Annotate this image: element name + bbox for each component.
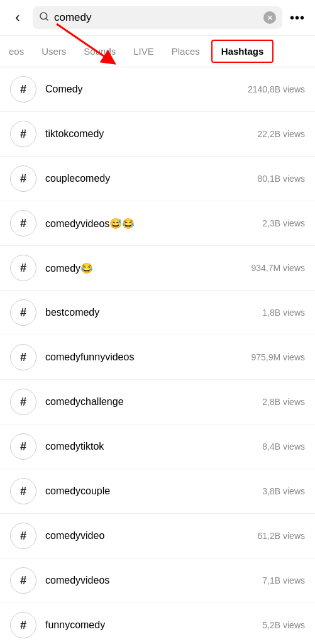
hashtag-item[interactable]: #comedytiktok8,4B views: [0, 425, 315, 469]
hashtag-views: 7,1B views: [262, 575, 305, 586]
hashtag-views: 2140,8B views: [248, 84, 305, 94]
hashtag-name: tiktokcomedy: [45, 128, 258, 140]
search-header: ‹ ✕ •••: [0, 0, 315, 36]
svg-line-3: [46, 18, 48, 20]
hashtag-name: comedycouple: [45, 486, 262, 497]
tab-users[interactable]: Users: [33, 38, 75, 64]
hashtag-name: comedy😂: [45, 262, 251, 274]
clear-button[interactable]: ✕: [263, 11, 276, 24]
hashtag-views: 1,8B views: [262, 308, 305, 318]
tab-sounds[interactable]: Sounds: [75, 38, 124, 64]
hashtag-icon: #: [10, 478, 36, 504]
hashtag-icon: #: [10, 165, 36, 192]
back-button[interactable]: ‹: [8, 8, 28, 28]
search-bar[interactable]: ✕: [33, 6, 282, 29]
hashtag-name: comedyfunnyvideos: [45, 352, 251, 363]
hashtag-name: comedyvideo: [45, 530, 258, 541]
more-button[interactable]: •••: [287, 8, 307, 28]
more-icon: •••: [290, 11, 305, 25]
hashtag-icon: #: [10, 567, 36, 594]
hashtag-views: 5,2B views: [262, 620, 305, 630]
hashtag-item[interactable]: #comedyfunnyvideos975,9M views: [0, 335, 315, 380]
hashtag-icon: #: [10, 344, 36, 370]
hashtag-item[interactable]: #tiktokcomedy22,2B views: [0, 112, 315, 157]
search-input[interactable]: [54, 11, 258, 24]
clear-icon: ✕: [267, 13, 274, 23]
hashtag-item[interactable]: #comedyvideos7,1B views: [0, 558, 315, 603]
hashtag-name: couplecomedy: [45, 173, 258, 184]
hashtag-views: 80,1B views: [258, 174, 305, 184]
hashtag-icon: #: [10, 299, 36, 326]
hashtag-item[interactable]: #couplecomedy80,1B views: [0, 157, 315, 201]
search-icon: [39, 11, 49, 24]
hashtag-list: #Comedy2140,8B views#tiktokcomedy22,2B v…: [0, 67, 315, 644]
hashtag-item[interactable]: #funnycomedy5,2B views: [0, 603, 315, 644]
hashtag-icon: #: [10, 612, 36, 638]
hashtag-icon: #: [10, 433, 36, 460]
hashtag-item[interactable]: #comedyvideo61,2B views: [0, 514, 315, 558]
hashtag-icon: #: [10, 121, 36, 147]
tab-videos[interactable]: eos: [0, 38, 33, 64]
hashtag-item[interactable]: #comedy😂934,7M views: [0, 246, 315, 291]
hashtag-views: 3,8B views: [262, 486, 305, 496]
hashtag-name: comedytiktok: [45, 441, 262, 452]
hashtag-name: comedyvideos: [45, 575, 262, 586]
hashtag-name: comedyvideos😅😂: [45, 218, 262, 230]
hashtag-views: 61,2B views: [258, 531, 305, 541]
tab-hashtags[interactable]: Hashtags: [211, 40, 274, 63]
tab-live[interactable]: LIVE: [124, 38, 163, 64]
hashtag-views: 22,2B views: [258, 129, 305, 139]
hashtag-icon: #: [10, 210, 36, 236]
hashtag-views: 934,7M views: [251, 263, 305, 273]
hashtag-item[interactable]: #Comedy2140,8B views: [0, 67, 315, 112]
tab-places[interactable]: Places: [163, 38, 209, 64]
hashtag-name: funnycomedy: [45, 619, 262, 631]
hashtag-views: 975,9M views: [251, 352, 305, 362]
back-icon: ‹: [15, 9, 19, 26]
hashtag-icon: #: [10, 389, 36, 415]
hashtag-name: Comedy: [45, 84, 248, 95]
hashtag-item[interactable]: #comedychallenge2,8B views: [0, 380, 315, 425]
tab-bar: eos Users Sounds LIVE Places Hashtags: [0, 36, 315, 67]
hashtag-item[interactable]: #comedycouple3,8B views: [0, 469, 315, 514]
hashtag-views: 8,4B views: [262, 441, 305, 452]
hashtag-icon: #: [10, 255, 36, 281]
hashtag-name: comedychallenge: [45, 396, 262, 408]
hashtag-item[interactable]: #comedyvideos😅😂2,3B views: [0, 201, 315, 246]
hashtag-views: 2,8B views: [262, 397, 305, 407]
hashtag-icon: #: [10, 76, 36, 103]
hashtag-name: bestcomedy: [45, 307, 262, 318]
hashtag-item[interactable]: #bestcomedy1,8B views: [0, 291, 315, 335]
hashtag-views: 2,3B views: [262, 218, 305, 228]
hashtag-icon: #: [10, 523, 36, 549]
